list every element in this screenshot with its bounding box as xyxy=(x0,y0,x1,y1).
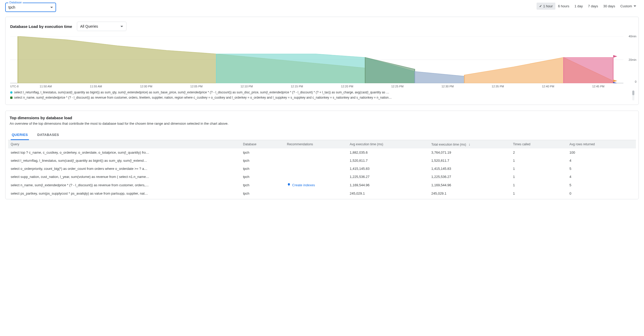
cell-query: select ps_partkey, sum(ps_supplycost * p… xyxy=(8,189,240,197)
chart-timezone-label: UTC-8 xyxy=(10,85,21,88)
dimensions-subtitle: An overview of the top dimensions that c… xyxy=(10,122,636,125)
dimensions-card: Top dimensions by database load An overv… xyxy=(5,111,639,199)
cell-avg-exec: 1,882,035.6 xyxy=(347,148,429,157)
svg-marker-4 xyxy=(613,80,617,82)
chart-legend-list: select l_returnflag, l_linestatus, sum(c… xyxy=(10,91,630,101)
chart-x-tick: 11:50 AM xyxy=(21,85,71,88)
col-header-total-exec-label: Total execution time (ms) xyxy=(431,143,466,146)
tab-queries[interactable]: QUERIES xyxy=(11,130,29,140)
cell-times-called: 1 xyxy=(510,165,567,173)
svg-marker-3 xyxy=(613,55,617,58)
cell-times-called: 1 xyxy=(510,173,567,181)
cell-query: select o_orderpriority, count_big(*) as … xyxy=(8,165,240,173)
tab-databases[interactable]: DATABASES xyxy=(36,130,60,140)
legend-scrollbar-thumb[interactable] xyxy=(632,91,634,95)
time-range-label: 7 days xyxy=(588,4,598,8)
cell-total-exec: 1,520,811.7 xyxy=(429,157,510,165)
database-select-label: Database xyxy=(8,1,23,4)
cell-avg-exec: 245,029.1 xyxy=(347,189,429,197)
lightbulb-icon xyxy=(287,183,291,187)
table-row[interactable]: select ps_partkey, sum(ps_supplycost * p… xyxy=(8,189,636,197)
cell-avg-exec: 1,520,811.7 xyxy=(347,157,429,165)
chart-x-tick: 12:20 PM xyxy=(322,85,372,88)
time-range-label: 6 hours xyxy=(558,4,569,8)
chart-x-tick: 12:35 PM xyxy=(473,85,523,88)
database-select[interactable]: Database tpch xyxy=(5,3,56,12)
cell-recommendation xyxy=(284,148,347,157)
chart-legend-item[interactable]: select n_name, sum(l_extendedprice * (? … xyxy=(10,96,630,99)
load-chart-title: Database Load by execution time xyxy=(10,24,72,29)
col-header-total-exec[interactable]: Total execution time (ms) ↓ xyxy=(429,140,510,148)
cell-avg-exec: 1,415,145.83 xyxy=(347,165,429,173)
caret-down-icon xyxy=(120,26,123,27)
query-filter-value: All Queries xyxy=(80,24,120,28)
dimensions-title: Top dimensions by database load xyxy=(10,116,636,120)
recommendation-label: Create indexes xyxy=(292,183,315,187)
time-range-option[interactable]: ✓1 hour xyxy=(537,3,555,10)
legend-scrollbar[interactable] xyxy=(632,91,634,100)
load-chart-card: Database Load by execution time All Quer… xyxy=(5,17,639,105)
cell-query: select supp_nation, cust_nation, l_year,… xyxy=(8,173,240,181)
cell-times-called: 1 xyxy=(510,181,567,189)
legend-item-text: select n_name, sum(l_extendedprice * (? … xyxy=(14,96,392,99)
table-row[interactable]: select n_name, sum(l_extendedprice * (? … xyxy=(8,181,636,189)
query-filter-select[interactable]: All Queries xyxy=(77,22,126,31)
check-icon: ✓ xyxy=(539,4,542,8)
legend-swatch-icon xyxy=(10,97,13,99)
col-header-times-called[interactable]: Times called xyxy=(510,140,567,148)
legend-item-text: select l_returnflag, l_linestatus, sum(c… xyxy=(14,91,389,94)
cell-database: tpch xyxy=(240,189,284,197)
load-chart-svg xyxy=(10,36,623,83)
chart-x-tick: 12:05 PM xyxy=(171,85,222,88)
time-range-option[interactable]: 6 hours xyxy=(555,3,572,10)
col-header-recommendations[interactable]: Recommendations xyxy=(284,140,347,148)
cell-query: select n_name, sum(l_extendedprice * (? … xyxy=(8,181,240,189)
cell-avg-rows: 5 xyxy=(567,165,636,173)
cell-recommendation xyxy=(284,189,347,197)
table-row[interactable]: select o_orderpriority, count_big(*) as … xyxy=(8,165,636,173)
cell-avg-rows: 0 xyxy=(567,189,636,197)
cell-database: tpch xyxy=(240,173,284,181)
chart-x-tick: 12:25 PM xyxy=(372,85,423,88)
time-range-label: 1 day xyxy=(575,4,583,8)
time-range-option[interactable]: 30 days xyxy=(601,3,618,10)
table-row[interactable]: select top ? c_name, c_custkey, o_orderk… xyxy=(8,148,636,157)
time-range-custom[interactable]: Custom xyxy=(618,3,639,10)
create-indexes-link[interactable]: Create indexes xyxy=(287,183,315,187)
chart-x-tick: 12:15 PM xyxy=(272,85,322,88)
chart-x-tick: 12:10 PM xyxy=(222,85,272,88)
col-header-query[interactable]: Query xyxy=(8,140,240,148)
legend-swatch-icon xyxy=(10,91,13,94)
cell-database: tpch xyxy=(240,157,284,165)
cell-database: tpch xyxy=(240,181,284,189)
cell-recommendation xyxy=(284,157,347,165)
col-header-database[interactable]: Database xyxy=(240,140,284,148)
cell-total-exec: 3,764,071.19 xyxy=(429,148,510,157)
caret-down-icon xyxy=(50,7,53,8)
time-range-option[interactable]: 7 days xyxy=(585,3,600,10)
chart-y-tick: 40min xyxy=(629,35,636,38)
cell-avg-exec: 1,225,536.27 xyxy=(347,173,429,181)
cell-recommendation xyxy=(284,165,347,173)
col-header-avg-rows[interactable]: Avg rows returned xyxy=(567,140,636,148)
cell-avg-rows: 100 xyxy=(567,148,636,157)
table-row[interactable]: select l_returnflag, l_linestatus, sum(c… xyxy=(8,157,636,165)
chart-legend: select l_returnflag, l_linestatus, sum(c… xyxy=(10,91,636,101)
cell-query: select top ? c_name, c_custkey, o_orderk… xyxy=(8,148,240,157)
col-header-avg-exec[interactable]: Avg execution time (ms) xyxy=(347,140,429,148)
chart-x-tick: 12:00 PM xyxy=(121,85,171,88)
cell-recommendation xyxy=(284,173,347,181)
cell-query: select l_returnflag, l_linestatus, sum(c… xyxy=(8,157,240,165)
queries-table: Query Database Recommendations Avg execu… xyxy=(8,140,636,197)
load-chart-header: Database Load by execution time All Quer… xyxy=(10,22,636,31)
time-range-option[interactable]: 1 day xyxy=(572,3,586,10)
caret-down-icon xyxy=(634,5,636,7)
svg-marker-5 xyxy=(613,82,617,83)
cell-database: tpch xyxy=(240,148,284,157)
load-chart-plot: 40min20min0 xyxy=(10,36,636,83)
chart-x-tick: 12:30 PM xyxy=(422,85,473,88)
chart-legend-item[interactable]: select l_returnflag, l_linestatus, sum(c… xyxy=(10,91,630,94)
table-row[interactable]: select supp_nation, cust_nation, l_year,… xyxy=(8,173,636,181)
time-range-custom-label: Custom xyxy=(620,4,632,8)
cell-total-exec: 1,169,544.96 xyxy=(429,181,510,189)
